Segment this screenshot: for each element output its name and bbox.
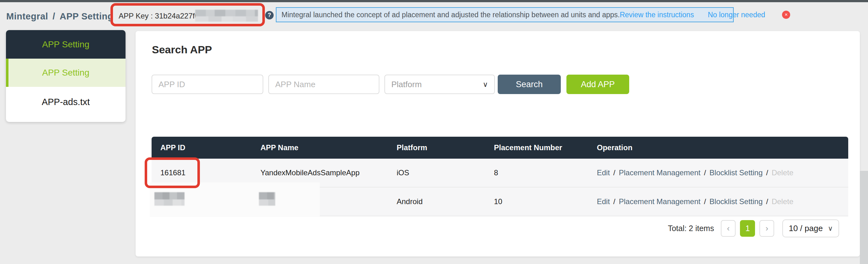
cell-app-id: 161681	[160, 168, 260, 177]
redacted-app-id-blur	[154, 192, 185, 206]
app-id-input[interactable]	[152, 75, 263, 94]
column-header-placement-number: Placement Number	[494, 143, 597, 152]
operation-separator: /	[704, 197, 706, 206]
pagination: Total: 2 items ‹ 1 › 10 / page ∨	[668, 220, 839, 237]
app-setting-page: Mintegral / APP Setting APP Key : 31b24a…	[0, 0, 868, 264]
scrollbar-thumb[interactable]	[860, 171, 868, 264]
chevron-down-icon: ∨	[828, 225, 833, 233]
sidebar: APP Setting APP Setting APP-ads.txt	[6, 30, 126, 122]
operation-delete-link[interactable]: Delete	[772, 168, 793, 177]
page-title: Search APP	[152, 43, 212, 56]
chevron-left-icon[interactable]: ‹	[721, 220, 736, 237]
breadcrumb-app-link[interactable]: Mintegral	[6, 11, 48, 22]
sidebar-item-app-setting[interactable]: APP Setting	[6, 59, 126, 87]
operation-separator: /	[766, 197, 768, 206]
operation-delete-link[interactable]: Delete	[772, 197, 793, 206]
column-header-app-id: APP ID	[160, 143, 260, 152]
page-size-value: 10 / page	[788, 224, 823, 233]
cell-operations: Edit / Placement Management / Blocklist …	[597, 197, 848, 206]
cell-placement-number: 8	[494, 168, 597, 177]
page-size-select[interactable]: 10 / page ∨	[782, 220, 839, 237]
table-header-row: APP ID APP Name Platform Placement Numbe…	[152, 137, 848, 159]
column-header-operation: Operation	[597, 143, 848, 152]
cell-operations: Edit / Placement Management / Blocklist …	[597, 168, 848, 177]
operation-separator: /	[613, 168, 615, 177]
table-row: Android 10 Edit / Placement Management /…	[152, 188, 848, 216]
apps-table: APP ID APP Name Platform Placement Numbe…	[152, 137, 848, 216]
app-name-input[interactable]	[268, 75, 379, 94]
help-icon[interactable]: ?	[265, 11, 274, 20]
operation-blocklist-setting-link[interactable]: Blocklist Setting	[710, 168, 763, 177]
column-header-platform: Platform	[397, 143, 494, 152]
breadcrumb-current-page: APP Setting	[60, 11, 113, 22]
operation-placement-management-link[interactable]: Placement Management	[619, 197, 701, 206]
operation-separator: /	[704, 168, 706, 177]
sidebar-item-app-ads-txt[interactable]: APP-ads.txt	[6, 87, 126, 117]
breadcrumb: Mintegral / APP Setting	[6, 2, 113, 30]
pagination-total: Total: 2 items	[668, 224, 714, 233]
no-longer-needed-link[interactable]: No longer needed	[708, 11, 765, 19]
platform-select-placeholder: Platform	[391, 80, 422, 89]
cell-platform: iOS	[397, 168, 494, 177]
add-app-button[interactable]: Add APP	[566, 75, 629, 94]
redaction-overlay	[150, 183, 320, 217]
platform-select[interactable]: Platform ∨	[384, 75, 495, 94]
close-icon[interactable]: ×	[782, 11, 790, 19]
operation-edit-link[interactable]: Edit	[597, 168, 610, 177]
chevron-down-icon: ∨	[483, 80, 488, 89]
window-top-strip	[0, 0, 868, 2]
search-button[interactable]: Search	[498, 75, 561, 94]
chevron-right-icon[interactable]: ›	[760, 220, 774, 237]
review-instructions-link[interactable]: Review the instructions	[620, 11, 694, 19]
cell-platform: Android	[397, 197, 494, 206]
operation-placement-management-link[interactable]: Placement Management	[619, 168, 701, 177]
cell-placement-number: 10	[494, 197, 597, 206]
search-filters: Platform ∨ Search Add APP	[152, 75, 629, 94]
main-panel: Search APP Platform ∨ Search Add APP APP…	[135, 31, 860, 257]
redacted-app-name-blur	[259, 192, 275, 206]
notification-bar: Mintegral launched the concept of ad pla…	[276, 7, 734, 22]
operation-edit-link[interactable]: Edit	[597, 197, 610, 206]
breadcrumb-separator: /	[53, 11, 55, 22]
pagination-page-1[interactable]: 1	[740, 220, 755, 237]
operation-blocklist-setting-link[interactable]: Blocklist Setting	[710, 197, 763, 206]
column-header-app-name: APP Name	[260, 143, 397, 152]
operation-separator: /	[613, 197, 615, 206]
cell-app-name: YandexMobileAdsSampleApp	[260, 168, 397, 177]
operation-separator: /	[766, 168, 768, 177]
sidebar-section-app-setting[interactable]: APP Setting	[6, 30, 126, 59]
redacted-app-key-blur	[195, 10, 258, 22]
notification-text: Mintegral launched the concept of ad pla…	[281, 11, 620, 19]
